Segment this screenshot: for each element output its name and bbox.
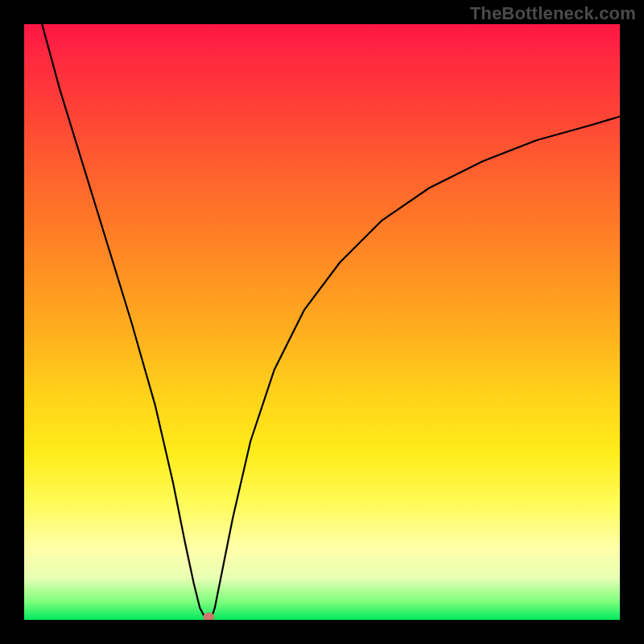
watermark-text: TheBottleneck.com	[470, 3, 636, 24]
chart-area	[24, 24, 620, 620]
bottleneck-curve	[42, 24, 620, 617]
chart-svg	[24, 24, 620, 620]
